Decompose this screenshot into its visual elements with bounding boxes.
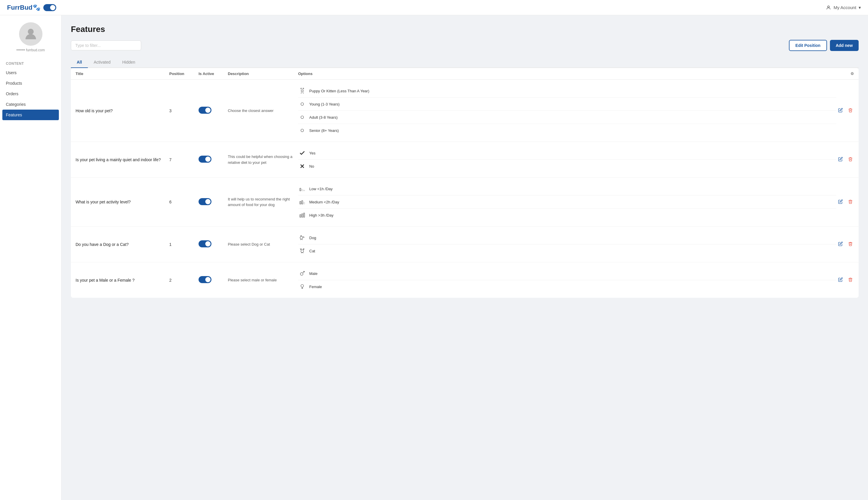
tab-activated[interactable]: Activated bbox=[88, 57, 117, 68]
option-item: Cat bbox=[298, 245, 836, 257]
edit-button[interactable] bbox=[837, 276, 844, 284]
feature-description: Please select Dog or Cat bbox=[228, 241, 298, 247]
row-actions bbox=[836, 240, 854, 248]
brand-logo: FurrBud🐾 bbox=[7, 4, 40, 11]
edit-button[interactable] bbox=[837, 156, 844, 163]
svg-rect-16 bbox=[304, 213, 305, 217]
my-account-label: My Account bbox=[833, 5, 856, 10]
table-row: Is your pet a Male or a Female ? 2 Pleas… bbox=[71, 262, 859, 298]
option-item: Young (1-3 Years) bbox=[298, 98, 836, 111]
delete-button[interactable] bbox=[847, 276, 854, 284]
option-item: Senior (8+ Years) bbox=[298, 124, 836, 137]
tabs: All Activated Hidden bbox=[71, 57, 859, 68]
col-header-actions: ⚙ bbox=[836, 71, 854, 76]
page-title: Features bbox=[71, 25, 859, 34]
option-icon bbox=[298, 269, 306, 277]
layout: ••••••• furrbud.com Content Users Produc… bbox=[0, 15, 868, 500]
edit-position-button[interactable]: Edit Position bbox=[789, 40, 827, 51]
svg-rect-13 bbox=[304, 202, 305, 204]
delete-icon bbox=[848, 277, 853, 282]
option-item: Adult (3-8 Years) bbox=[298, 111, 836, 124]
col-header-isactive: Is Active bbox=[199, 71, 228, 76]
sidebar-item-categories[interactable]: Categories bbox=[0, 99, 61, 110]
user-icon bbox=[826, 5, 831, 10]
delete-button[interactable] bbox=[847, 198, 854, 206]
feature-description: Please select male or female bbox=[228, 277, 298, 283]
theme-toggle[interactable] bbox=[43, 4, 56, 11]
feature-toggle[interactable] bbox=[199, 240, 211, 247]
sidebar-item-users[interactable]: Users bbox=[0, 67, 61, 78]
table-header: Title Position Is Active Description Opt… bbox=[71, 68, 859, 80]
delete-button[interactable] bbox=[847, 107, 854, 115]
delete-icon bbox=[848, 241, 853, 246]
option-item: Yes bbox=[298, 147, 836, 160]
sidebar-item-features[interactable]: Features bbox=[2, 110, 59, 120]
options-list: Puppy Or Kitten (Less Than A Year) Young… bbox=[298, 84, 836, 137]
avatar bbox=[19, 22, 43, 46]
table-row: Do you have a Dog or a Cat? 1 Please sel… bbox=[71, 227, 859, 262]
option-label: Adult (3-8 Years) bbox=[309, 115, 338, 120]
option-item: Medium <2h /Day bbox=[298, 195, 836, 209]
option-icon bbox=[298, 113, 306, 121]
edit-icon bbox=[838, 241, 843, 246]
svg-point-18 bbox=[301, 250, 303, 252]
tab-all[interactable]: All bbox=[71, 57, 88, 68]
feature-title: Is your pet living a mainly quiet and in… bbox=[75, 157, 169, 162]
delete-icon bbox=[848, 108, 853, 113]
options-list: Yes No bbox=[298, 147, 836, 173]
feature-toggle[interactable] bbox=[199, 107, 211, 114]
table-body: How old is your pet? 3 Choose the closes… bbox=[71, 80, 859, 298]
feature-toggle[interactable] bbox=[199, 276, 211, 283]
option-item: Female bbox=[298, 280, 836, 293]
toolbar-buttons: Edit Position Add new bbox=[789, 40, 859, 51]
option-icon bbox=[298, 100, 306, 108]
edit-button[interactable] bbox=[837, 107, 844, 115]
sidebar-item-products[interactable]: Products bbox=[0, 78, 61, 89]
tab-hidden[interactable]: Hidden bbox=[116, 57, 141, 68]
sidebar-item-orders[interactable]: Orders bbox=[0, 89, 61, 99]
edit-button[interactable] bbox=[837, 240, 844, 248]
svg-point-19 bbox=[301, 273, 303, 275]
feature-title: Is your pet a Male or a Female ? bbox=[75, 278, 169, 283]
option-item: No bbox=[298, 160, 836, 173]
features-table: Title Position Is Active Description Opt… bbox=[71, 68, 859, 298]
options-list: Male Female bbox=[298, 267, 836, 293]
option-label: Cat bbox=[309, 249, 315, 253]
feature-toggle[interactable] bbox=[199, 156, 211, 163]
filter-input[interactable] bbox=[71, 41, 141, 50]
edit-icon bbox=[838, 108, 843, 113]
col-header-title: Title bbox=[75, 71, 169, 76]
table-row: What is your pet activity level? 6 It wi… bbox=[71, 178, 859, 227]
option-icon bbox=[298, 234, 306, 242]
feature-toggle[interactable] bbox=[199, 198, 211, 205]
add-new-button[interactable]: Add new bbox=[830, 40, 859, 51]
option-icon bbox=[298, 198, 306, 206]
table-row: Is your pet living a mainly quiet and in… bbox=[71, 142, 859, 178]
delete-button[interactable] bbox=[847, 240, 854, 248]
option-item: High >3h /Day bbox=[298, 209, 836, 221]
feature-toggle-cell bbox=[199, 198, 228, 206]
my-account-menu[interactable]: My Account ▾ bbox=[826, 5, 861, 10]
edit-button[interactable] bbox=[837, 198, 844, 206]
option-icon bbox=[298, 283, 306, 291]
svg-point-5 bbox=[301, 129, 303, 132]
row-actions bbox=[836, 107, 854, 115]
feature-title: What is your pet activity level? bbox=[75, 200, 169, 204]
options-list: Dog Cat bbox=[298, 231, 836, 257]
delete-button[interactable] bbox=[847, 156, 854, 163]
option-item: Low <1h /Day bbox=[298, 182, 836, 195]
option-label: No bbox=[309, 164, 314, 169]
col-header-description: Description bbox=[228, 71, 298, 76]
feature-position: 3 bbox=[169, 109, 199, 113]
option-item: Puppy Or Kitten (Less Than A Year) bbox=[298, 84, 836, 98]
settings-icon[interactable]: ⚙ bbox=[851, 71, 854, 76]
option-icon bbox=[298, 247, 306, 255]
svg-point-1 bbox=[28, 29, 34, 35]
option-label: Puppy Or Kitten (Less Than A Year) bbox=[309, 89, 369, 93]
feature-position: 2 bbox=[169, 278, 199, 283]
edit-icon bbox=[838, 199, 843, 204]
option-item: Male bbox=[298, 267, 836, 280]
row-actions bbox=[836, 276, 854, 284]
options-list: Low <1h /Day Medium <2h /Day High >3h /D… bbox=[298, 182, 836, 221]
feature-position: 1 bbox=[169, 242, 199, 247]
